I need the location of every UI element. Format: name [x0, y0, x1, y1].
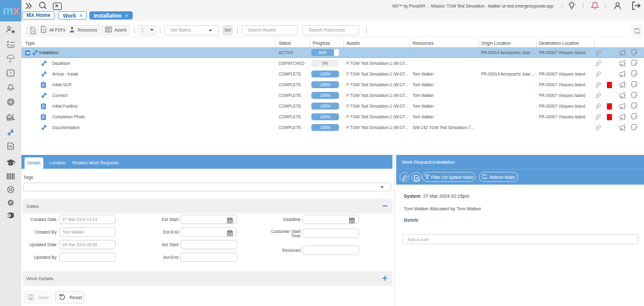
- svg-text:?: ?: [9, 71, 12, 76]
